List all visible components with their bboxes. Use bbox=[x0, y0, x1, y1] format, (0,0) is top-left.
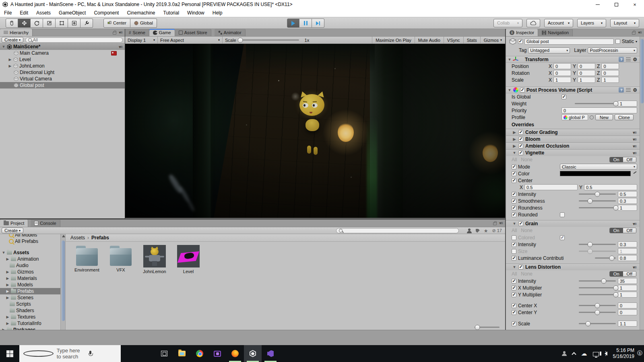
ppv-header[interactable]: ▼ Post Process Volume (Script ? ⚙ bbox=[506, 86, 640, 93]
param-checkbox[interactable] bbox=[512, 303, 516, 308]
scale-z-field[interactable]: 1 bbox=[601, 77, 619, 83]
grain-luminance-value[interactable]: 0.8 bbox=[618, 255, 637, 261]
tree-models[interactable]: ▶ Models bbox=[0, 282, 60, 288]
lens-x-mult-value[interactable]: 1 bbox=[618, 285, 637, 291]
game-viewport[interactable] bbox=[125, 44, 505, 218]
smoothness-slider[interactable] bbox=[579, 200, 616, 202]
scene-header-row[interactable]: ▼ MainScene* ▾≡ bbox=[0, 43, 125, 50]
eyedropper-icon[interactable] bbox=[632, 171, 637, 176]
param-checkbox[interactable] bbox=[512, 249, 516, 254]
section-menu-icon[interactable]: ▾≡ bbox=[633, 222, 636, 226]
position-y-field[interactable]: 0 bbox=[578, 63, 595, 69]
tab-game[interactable]: Game bbox=[149, 29, 175, 36]
grain-intensity-slider[interactable] bbox=[579, 244, 616, 245]
colored-value-checkbox[interactable] bbox=[560, 235, 565, 240]
thumbnail-size-slider[interactable] bbox=[475, 327, 500, 328]
component-enabled-checkbox[interactable] bbox=[520, 88, 525, 93]
help-icon[interactable]: ? bbox=[619, 57, 624, 62]
foldout-closed-icon[interactable]: ▶ bbox=[6, 321, 10, 325]
lens-onoff-toggle[interactable]: On Off bbox=[609, 271, 636, 277]
layers-dropdown[interactable]: Layers▾ bbox=[577, 19, 606, 27]
rounded-value-checkbox[interactable] bbox=[560, 212, 565, 217]
game-scale-slider[interactable] bbox=[239, 39, 299, 41]
param-checkbox[interactable] bbox=[512, 256, 516, 261]
foldout-closed-icon[interactable]: ▶ bbox=[8, 58, 12, 62]
tab-inspector[interactable]: i Inspector bbox=[506, 29, 538, 36]
lens-center-x-value[interactable]: 0 bbox=[618, 302, 637, 309]
scale-y-field[interactable]: 1 bbox=[578, 77, 595, 83]
hand-tool-button[interactable] bbox=[6, 19, 18, 28]
tab-navigation[interactable]: Navigation bbox=[538, 29, 573, 36]
param-checkbox[interactable] bbox=[512, 310, 516, 315]
param-checkbox[interactable] bbox=[512, 235, 516, 240]
favorite-all-prefabs[interactable]: All Prefabs bbox=[0, 238, 60, 245]
lock-icon[interactable] bbox=[632, 32, 636, 35]
menu-edit[interactable]: Edit bbox=[16, 10, 32, 16]
file-explorer-button[interactable] bbox=[173, 345, 191, 362]
param-checkbox[interactable] bbox=[512, 192, 516, 197]
section-ambient-occlusion[interactable]: ▶ Ambient Occlusion ▾≡ bbox=[506, 142, 640, 149]
menu-file[interactable]: File bbox=[0, 10, 16, 16]
tree-textures[interactable]: ▶ Textures bbox=[0, 314, 60, 320]
firefox-button[interactable] bbox=[226, 345, 244, 362]
menu-help[interactable]: Help bbox=[208, 10, 227, 16]
grain-size-value[interactable]: 1 bbox=[618, 248, 637, 254]
gameobject-name-field[interactable]: Global post bbox=[524, 39, 614, 45]
tree-assets-root[interactable]: ▼ Assets bbox=[0, 249, 60, 256]
tray-expand-icon[interactable] bbox=[572, 352, 576, 356]
aspect-dropdown[interactable]: Free Aspect▾ bbox=[158, 37, 222, 43]
all-link[interactable]: All bbox=[512, 157, 517, 162]
tree-scenes[interactable]: ▶ Scenes bbox=[0, 294, 60, 301]
display-dropdown[interactable]: Display 1▾ bbox=[125, 37, 157, 43]
breadcrumb-assets[interactable]: Assets bbox=[70, 235, 85, 241]
microphone-icon[interactable] bbox=[88, 351, 117, 356]
hierarchy-item-johnlemon[interactable]: ▶ JohnLemon bbox=[0, 63, 125, 69]
vignette-mode-dropdown[interactable]: Classic▾ bbox=[560, 164, 637, 170]
foldout-closed-icon[interactable]: ▶ bbox=[6, 257, 10, 261]
tree-audio[interactable]: Audio bbox=[0, 262, 60, 269]
lens-scale-slider[interactable] bbox=[579, 323, 616, 324]
param-checkbox[interactable] bbox=[512, 206, 516, 210]
foldout-closed-icon[interactable]: ▶ bbox=[6, 315, 10, 319]
inspector-scrollbar[interactable] bbox=[640, 37, 644, 330]
project-tree-scrollbar[interactable] bbox=[60, 234, 66, 330]
rotation-z-field[interactable]: 0 bbox=[601, 70, 619, 76]
tree-gizmos[interactable]: ▶ Gizmos bbox=[0, 269, 60, 275]
weight-slider[interactable] bbox=[575, 103, 616, 104]
account-dropdown[interactable]: Account▾ bbox=[544, 19, 573, 27]
tree-scripts[interactable]: Scripts bbox=[0, 301, 60, 307]
lens-scale-value[interactable]: 1.1 bbox=[618, 321, 637, 327]
menu-gameobject[interactable]: GameObject bbox=[55, 10, 90, 16]
vsync-button[interactable]: VSync bbox=[444, 37, 463, 43]
maximize-button[interactable] bbox=[607, 0, 625, 9]
onedrive-icon[interactable]: ☁ bbox=[581, 350, 587, 357]
mute-audio-button[interactable]: Mute Audio bbox=[415, 37, 444, 43]
hierarchy-search-input[interactable] bbox=[33, 37, 120, 42]
asset-johnlemon-prefab[interactable]: JohnLemon bbox=[141, 245, 168, 274]
hierarchy-item-level[interactable]: ▶ Level bbox=[0, 56, 125, 63]
lock-icon[interactable] bbox=[493, 222, 497, 225]
rotate-tool-button[interactable] bbox=[31, 19, 43, 28]
scale-tool-button[interactable] bbox=[43, 19, 56, 28]
tag-dropdown[interactable]: Untagged▾ bbox=[528, 47, 570, 53]
foldout-closed-icon[interactable]: ▶ bbox=[6, 289, 10, 293]
layout-dropdown[interactable]: Layout▾ bbox=[610, 19, 639, 27]
lens-intensity-slider[interactable] bbox=[579, 280, 616, 282]
section-vignette[interactable]: ▼ Vignette ▾≡ bbox=[506, 149, 640, 156]
presets-icon[interactable] bbox=[626, 88, 631, 92]
panel-menu-icon[interactable]: ▾≡ bbox=[638, 30, 642, 35]
foldout-open-icon[interactable]: ▼ bbox=[2, 45, 6, 49]
stats-button[interactable]: Stats bbox=[463, 37, 480, 43]
tab-project[interactable]: Project bbox=[0, 220, 28, 227]
vignette-onoff-toggle[interactable]: On Off bbox=[609, 157, 636, 162]
project-create-button[interactable]: Create▾ bbox=[2, 228, 23, 233]
all-link[interactable]: All bbox=[512, 228, 517, 233]
hidden-count-icon[interactable]: ⊘ 17 bbox=[492, 228, 502, 233]
lens-center-y-slider[interactable] bbox=[579, 312, 616, 313]
override-enabled-checkbox[interactable] bbox=[518, 137, 523, 142]
cloud-services-button[interactable] bbox=[526, 19, 540, 27]
lock-icon[interactable] bbox=[113, 32, 116, 35]
profile-clone-button[interactable]: Clone bbox=[615, 114, 634, 120]
lens-center-x-slider[interactable] bbox=[579, 305, 616, 306]
lens-y-mult-value[interactable]: 1 bbox=[618, 292, 637, 298]
